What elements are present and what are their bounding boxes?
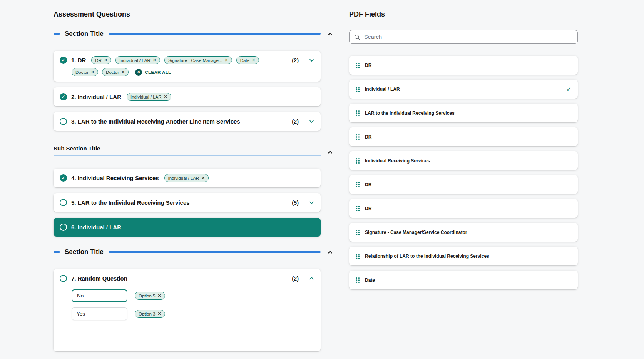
question-title: 4. Individual Receiving Services <box>71 175 159 181</box>
chip-label: Individual / LAR <box>130 95 162 99</box>
mapped-field-chip[interactable]: Date✕ <box>236 56 259 64</box>
question-checked-icon: ✓ <box>60 93 67 100</box>
chip-label: DR <box>95 58 102 63</box>
pdf-field-item-mapped[interactable]: Individual / LAR ✓ <box>349 80 578 99</box>
section-divider-line <box>109 251 321 253</box>
collapse-chevron-up-icon[interactable] <box>309 276 314 281</box>
search-icon <box>354 34 360 40</box>
section-title: Section Title <box>65 30 104 38</box>
drag-handle-icon[interactable] <box>356 110 360 116</box>
question-title: 2. Individual / LAR <box>71 94 121 100</box>
check-glyph: ✓ <box>62 58 65 62</box>
pdf-field-item[interactable]: DR <box>349 56 578 75</box>
chip-remove-icon[interactable]: ✕ <box>225 58 228 62</box>
chip-label: Doctor <box>75 70 89 75</box>
answer-count: (2) <box>292 276 299 282</box>
mapped-field-chip[interactable]: Individual / LAR✕ <box>127 93 171 101</box>
question-title: 1. DR <box>71 57 86 63</box>
chip-label: Individual / LAR <box>119 58 151 63</box>
chip-label: Signature - Case Manage... <box>168 58 222 63</box>
section-header-2: Section Title <box>54 248 334 256</box>
field-label: Relationship of LAR to the Individual Re… <box>365 254 489 259</box>
pdf-field-list: DR Individual / LAR ✓ LAR to the Individ… <box>349 56 578 289</box>
mapped-field-chip[interactable]: Doctor✕ <box>102 68 129 76</box>
drag-handle-icon[interactable] <box>356 229 360 235</box>
assessment-questions-title: Assessment Questions <box>54 10 334 18</box>
pdf-field-item[interactable]: Signature - Case Manager/Service Coordin… <box>349 223 578 242</box>
field-label: Signature - Case Manager/Service Coordin… <box>365 230 467 235</box>
question-title: 7. Random Question <box>71 275 127 282</box>
expand-chevron-down-icon[interactable] <box>309 200 314 205</box>
chip-remove-icon[interactable]: ✕ <box>252 58 255 62</box>
section-collapse-chevron-up-icon[interactable] <box>326 249 334 255</box>
question-unchecked-icon <box>60 199 67 206</box>
answer-count: (2) <box>292 57 299 63</box>
question-card-6-selected[interactable]: 6. Individual / LAR <box>54 218 321 237</box>
chip-remove-icon[interactable]: ✕ <box>201 176 205 180</box>
mapped-field-chip[interactable]: Doctor✕ <box>72 68 98 76</box>
search-input[interactable] <box>363 33 573 40</box>
answer-option-chip[interactable]: Option 5✕ <box>135 292 165 300</box>
mapped-field-chip[interactable]: Individual / LAR✕ <box>115 56 160 64</box>
drag-handle-icon[interactable] <box>356 253 360 259</box>
question-card-3[interactable]: 3. LAR to the Individual Receiving Anoth… <box>54 112 321 131</box>
chip-remove-icon[interactable]: ✕ <box>121 70 125 74</box>
question-card-2[interactable]: ✓ 2. Individual / LAR Individual / LAR✕ <box>54 87 321 106</box>
chip-label: Doctor <box>106 70 119 75</box>
drag-handle-icon[interactable] <box>356 205 360 212</box>
mapped-field-chip[interactable]: DR✕ <box>91 56 111 64</box>
expand-chevron-down-icon[interactable] <box>309 57 314 63</box>
clear-all-label: CLEAR ALL <box>145 70 171 75</box>
search-box[interactable] <box>349 30 578 44</box>
pdf-fields-panel: PDF Fields DR Individual / LAR ✓ LAR to … <box>349 10 578 294</box>
field-label: Date <box>365 277 375 283</box>
clear-all-button[interactable]: ✕ CLEAR ALL <box>135 69 171 76</box>
question-card-7[interactable]: 7. Random Question (2) Option 5✕ Option … <box>54 269 321 351</box>
close-glyph: ✕ <box>137 70 140 74</box>
answer-option-chip[interactable]: Option 3✕ <box>135 310 165 318</box>
question-card-1[interactable]: ✓ 1. DR DR✕ Individual / LAR✕ Signature … <box>54 51 321 82</box>
field-label: DR <box>365 182 371 187</box>
chip-label: Option 3 <box>139 312 155 316</box>
field-label: DR <box>365 134 371 140</box>
clear-all-x-icon: ✕ <box>135 69 142 76</box>
drag-handle-icon[interactable] <box>356 86 360 92</box>
section-collapse-chevron-up-icon[interactable] <box>326 31 334 37</box>
section-title: Section Title <box>65 248 104 256</box>
mapped-field-chip[interactable]: Individual / LAR✕ <box>164 174 209 182</box>
field-label: DR <box>365 206 371 211</box>
pdf-field-item[interactable]: Individual Receiving Services <box>349 151 578 170</box>
pdf-field-item[interactable]: DR <box>349 127 578 146</box>
pdf-field-item[interactable]: Date <box>349 271 578 289</box>
chip-label: Date <box>240 58 249 63</box>
drag-handle-icon[interactable] <box>356 182 360 188</box>
field-label: Individual Receiving Services <box>365 158 430 164</box>
question-card-5[interactable]: 5. LAR to the Individual Receiving Servi… <box>54 193 321 212</box>
answer-input-yes[interactable] <box>72 307 127 320</box>
chip-remove-icon[interactable]: ✕ <box>153 58 156 62</box>
drag-handle-icon[interactable] <box>356 62 360 68</box>
drag-handle-icon[interactable] <box>356 134 360 140</box>
chip-remove-icon[interactable]: ✕ <box>91 70 94 74</box>
question-unchecked-icon <box>60 224 67 231</box>
chip-remove-icon[interactable]: ✕ <box>104 58 107 62</box>
chip-remove-icon[interactable]: ✕ <box>157 312 161 316</box>
chip-remove-icon[interactable]: ✕ <box>157 294 161 298</box>
question-title: 5. LAR to the Individual Receiving Servi… <box>71 199 190 206</box>
expand-chevron-down-icon[interactable] <box>309 119 314 124</box>
assessment-questions-panel: Assessment Questions Section Title ✓ 1. … <box>54 10 334 357</box>
sub-section-title: Sub Section Title <box>54 145 100 152</box>
question-card-4[interactable]: ✓ 4. Individual Receiving Services Indiv… <box>54 169 321 187</box>
mapped-field-chip[interactable]: Signature - Case Manage...✕ <box>164 56 232 64</box>
pdf-field-item[interactable]: DR <box>349 175 578 194</box>
answer-input-no[interactable] <box>72 289 127 302</box>
field-mapped-check-icon: ✓ <box>566 86 571 93</box>
drag-handle-icon[interactable] <box>356 277 360 283</box>
pdf-field-item[interactable]: LAR to the Individual Receiving Services <box>349 104 578 122</box>
pdf-field-item[interactable]: DR <box>349 199 578 218</box>
drag-handle-icon[interactable] <box>356 158 360 164</box>
pdf-field-item[interactable]: Relationship of LAR to the Individual Re… <box>349 247 578 265</box>
question-unchecked-icon <box>60 118 67 125</box>
chip-remove-icon[interactable]: ✕ <box>164 95 167 99</box>
sub-section-collapse-chevron-up-icon[interactable] <box>326 149 334 155</box>
